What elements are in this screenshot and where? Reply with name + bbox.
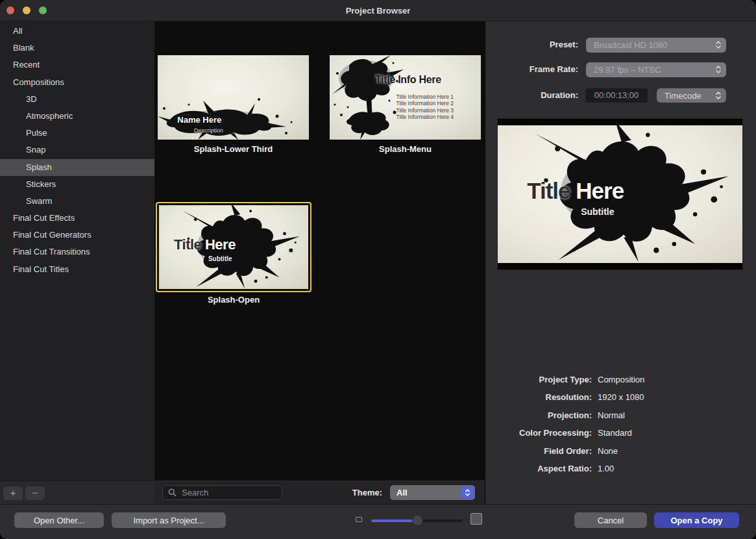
minimize-window-button[interactable]	[23, 6, 30, 14]
template-card-splash-open-selected[interactable]: Title Here Subtitle	[156, 202, 311, 292]
preview-image: Title Here Subtitle	[498, 125, 742, 263]
sidebar-item-final-cut-titles[interactable]: Final Cut Titles	[0, 261, 154, 278]
frame-rate-select[interactable]: 29.97 fps – NTSC	[586, 62, 726, 77]
open-other-button[interactable]: Open Other...	[14, 512, 104, 528]
info-label: Project Type:	[485, 371, 592, 388]
sidebar-item-all[interactable]: All	[0, 23, 154, 40]
preset-label: Preset:	[485, 40, 578, 49]
info-row-aspect-ratio: Aspect Ratio: 1.00	[485, 460, 756, 477]
info-label: Resolution:	[485, 388, 592, 406]
chevron-up-down-icon	[715, 65, 722, 76]
search-field[interactable]	[162, 485, 282, 500]
letterbox-bar-top	[498, 119, 742, 125]
thumbnail-size-slider-fill	[371, 520, 415, 522]
sidebar-item-recent[interactable]: Recent	[0, 56, 154, 73]
search-input[interactable]	[180, 487, 276, 498]
info-row-resolution: Resolution: 1920 x 1080	[485, 388, 756, 406]
theme-selected-value: All	[396, 488, 408, 497]
add-category-button[interactable]: +	[3, 486, 23, 500]
sidebar-item-stickers[interactable]: Stickers	[0, 176, 154, 193]
sidebar-item-final-cut-generators[interactable]: Final Cut Generators	[0, 227, 154, 244]
preview-title-text: Title Here	[527, 178, 624, 204]
splash-open-subtitle-text: Subtitle	[208, 255, 232, 262]
letterbox-bar-bottom	[498, 263, 742, 270]
duration-field[interactable]: 00:00:13;00	[585, 88, 648, 103]
info-row-field-order: Field Order: None	[485, 442, 756, 460]
titlebar: Project Browser	[0, 0, 756, 21]
template-label-splash-open: Splash-Open	[156, 295, 311, 305]
splash-menu-line-1: Title Information Here 1	[396, 94, 454, 101]
preset-selected-value: Broadcast HD 1080	[594, 40, 667, 50]
sidebar-footer: + −	[0, 481, 154, 504]
sidebar-item-snap[interactable]: Snap	[0, 142, 154, 158]
splash-open-title-text: Title Here	[174, 236, 236, 253]
template-grid: Name Here Description Splash-Lower Third	[154, 21, 485, 504]
fullscreen-window-button[interactable]	[39, 6, 47, 14]
remove-category-button[interactable]: −	[25, 486, 45, 500]
theme-select[interactable]: All	[390, 485, 475, 500]
window-title: Project Browser	[0, 0, 756, 21]
preset-select[interactable]: Broadcast HD 1080	[586, 38, 726, 53]
frame-rate-label: Frame Rate:	[485, 64, 578, 74]
info-value: 1.00	[598, 460, 614, 477]
sidebar-item-pulse[interactable]: Pulse	[0, 125, 154, 142]
theme-label: Theme:	[352, 481, 382, 505]
preview-title-word2: Here	[576, 178, 624, 203]
info-row-project-type: Project Type: Composition	[485, 371, 756, 388]
info-value: Composition	[598, 371, 644, 388]
template-card-splash-lower-third[interactable]: Name Here Description	[158, 55, 309, 140]
sidebar-item-blank[interactable]: Blank	[0, 40, 154, 56]
category-sidebar: All Blank Recent Compositions 3D Atmosph…	[0, 21, 154, 504]
splash-menu-line-3: Title Information Here 3	[396, 107, 454, 114]
close-window-button[interactable]	[6, 6, 14, 14]
chevron-up-down-icon	[715, 91, 722, 102]
sidebar-item-final-cut-transitions[interactable]: Final Cut Transitions	[0, 244, 154, 260]
ink-splat-lower-third-graphic	[158, 55, 309, 140]
info-value: 1920 x 1080	[598, 388, 644, 406]
frame-rate-selected-value: 29.97 fps – NTSC	[594, 65, 661, 75]
template-label-splash-lower-third: Splash-Lower Third	[158, 144, 309, 154]
info-row-color-processing: Color Processing: Standard	[485, 424, 756, 442]
timecode-unit-select[interactable]: Timecode	[657, 88, 726, 103]
info-label: Field Order:	[485, 442, 592, 460]
splash-menu-line-2: Title Information Here 2	[396, 100, 454, 107]
traffic-lights	[6, 6, 47, 14]
dialog-footer: Open Other... Import as Project... Cance…	[0, 504, 756, 539]
chevron-up-down-icon	[715, 40, 722, 51]
sidebar-item-final-cut-effects[interactable]: Final Cut Effects	[0, 210, 154, 227]
preview-title-word1: Title	[527, 178, 570, 203]
info-label: Aspect Ratio:	[485, 460, 592, 477]
search-icon	[168, 488, 177, 497]
sidebar-item-3d[interactable]: 3D	[0, 91, 154, 108]
large-thumbnail-size-icon	[470, 513, 482, 525]
sidebar-item-swarm[interactable]: Swarm	[0, 193, 154, 210]
info-value: Standard	[598, 424, 632, 442]
small-thumbnail-size-icon	[356, 517, 362, 522]
chevron-up-down-icon	[461, 486, 474, 499]
splash-open-title-word1: Title	[174, 236, 201, 253]
splash-lower-third-name-text: Name Here	[177, 115, 221, 125]
sidebar-item-atmospheric[interactable]: Atmospheric	[0, 108, 154, 125]
template-preview: Title Here Subtitle	[498, 119, 742, 270]
inspector-panel: Preset: Broadcast HD 1080 Frame Rate: 29…	[485, 21, 756, 504]
browser-footer: Theme: All	[154, 481, 485, 504]
info-row-projection: Projection: Normal	[485, 407, 756, 424]
cancel-button[interactable]: Cancel	[574, 512, 647, 528]
template-label-splash-menu: Splash-Menu	[330, 144, 481, 154]
thumbnail-image-splash-open: Title Here Subtitle	[159, 205, 308, 289]
duration-label: Duration:	[485, 90, 578, 100]
splash-lower-third-description-text: Description	[194, 127, 223, 134]
thumbnail-size-slider-thumb[interactable]	[412, 515, 423, 526]
open-a-copy-button[interactable]: Open a Copy	[654, 512, 739, 528]
preview-subtitle-text: Subtitle	[581, 207, 614, 217]
splash-menu-line-4: Title Information Here 4	[396, 114, 454, 121]
splash-menu-title-text: Title Info Here	[375, 74, 441, 86]
info-label: Color Processing:	[485, 424, 592, 442]
sidebar-item-splash[interactable]: Splash	[0, 159, 154, 176]
info-value: None	[598, 442, 618, 460]
sidebar-item-compositions[interactable]: Compositions	[0, 74, 154, 91]
project-browser-window: Project Browser All Blank Recent Composi…	[0, 0, 756, 539]
import-as-project-button[interactable]: Import as Project...	[112, 512, 226, 528]
splash-menu-lines-text: Title Information Here 1 Title Informati…	[396, 94, 454, 121]
template-card-splash-menu[interactable]: Title Info Here Title Information Here 1…	[330, 55, 481, 140]
